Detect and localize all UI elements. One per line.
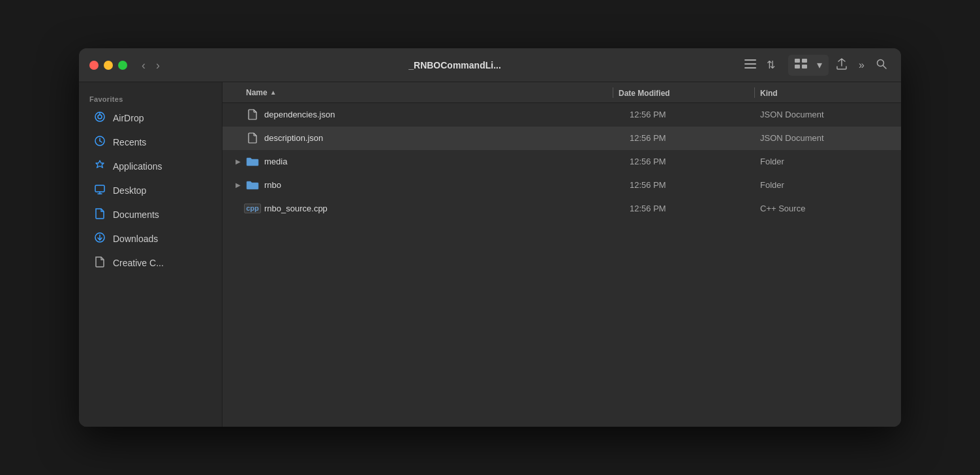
applications-label: Applications xyxy=(113,161,162,172)
cpp-badge: cpp xyxy=(244,204,261,213)
titlebar: ‹ › _RNBOCommandLi... ⇅ xyxy=(79,48,901,82)
main-content: Favorites AirDrop xyxy=(79,82,901,427)
minimize-button[interactable] xyxy=(104,61,113,70)
sort-order-button[interactable]: ⇅ xyxy=(763,56,779,74)
close-button[interactable] xyxy=(89,61,99,70)
applications-icon xyxy=(93,159,106,174)
table-row[interactable]: dependencies.json 12:56 PM JSON Document xyxy=(222,103,901,127)
file-name-cell: media xyxy=(246,155,630,168)
svg-rect-5 xyxy=(795,65,800,69)
col-name-header[interactable]: Name ▲ xyxy=(246,88,607,97)
date-col-label: Date Modified xyxy=(619,89,670,98)
file-icon xyxy=(246,132,259,145)
svg-line-8 xyxy=(883,65,887,69)
favorites-label: Favorites xyxy=(79,90,222,106)
recents-label: Recents xyxy=(113,137,146,147)
grid-view-button[interactable] xyxy=(791,56,812,74)
expand-chevron[interactable]: ▶ xyxy=(233,157,243,167)
sidebar-item-creative-cloud[interactable]: Creative C... xyxy=(83,251,218,275)
airdrop-label: AirDrop xyxy=(113,113,144,123)
more-button[interactable]: » xyxy=(855,57,868,74)
file-kind-cell: JSON Document xyxy=(760,110,891,119)
view-options: ▾ xyxy=(788,55,829,76)
creative-cloud-label: Creative C... xyxy=(113,258,164,268)
file-name-cell: rnbo xyxy=(246,179,630,192)
table-row[interactable]: cpp rnbo_source.cpp 12:56 PM C++ Source xyxy=(222,197,901,221)
svg-rect-4 xyxy=(802,59,807,63)
share-button[interactable] xyxy=(833,55,851,75)
expand-chevron[interactable]: ▶ xyxy=(233,180,243,191)
file-name-text: description.json xyxy=(264,133,323,143)
forward-button[interactable]: › xyxy=(152,57,164,74)
svg-rect-2 xyxy=(744,67,756,69)
back-button[interactable]: ‹ xyxy=(138,57,149,74)
finder-window: ‹ › _RNBOCommandLi... ⇅ xyxy=(79,48,901,427)
svg-rect-15 xyxy=(95,185,104,192)
file-date-cell: 12:56 PM xyxy=(630,204,760,213)
creative-cloud-icon xyxy=(93,256,106,270)
file-name-text: dependencies.json xyxy=(264,110,335,119)
downloads-icon xyxy=(93,232,106,246)
file-date-cell: 12:56 PM xyxy=(630,133,760,143)
file-name-text: rnbo_source.cpp xyxy=(264,204,328,213)
svg-rect-1 xyxy=(744,63,756,65)
sort-arrow-icon: ▲ xyxy=(270,89,277,96)
toolbar-right: ⇅ ▾ » xyxy=(741,55,891,76)
nav-buttons: ‹ › xyxy=(138,57,164,74)
airdrop-icon xyxy=(93,111,106,125)
window-title: _RNBOCommandLi... xyxy=(182,60,727,70)
svg-rect-6 xyxy=(802,65,807,69)
chevron-down-button[interactable]: ▾ xyxy=(813,56,826,74)
file-kind-cell: Folder xyxy=(760,157,891,166)
file-date-cell: 12:56 PM xyxy=(630,157,760,166)
file-rows: dependencies.json 12:56 PM JSON Document xyxy=(222,103,901,427)
empty-area xyxy=(222,221,901,273)
file-list: Name ▲ Date Modified Kind xyxy=(222,82,901,427)
sort-controls: ⇅ xyxy=(741,56,779,74)
file-icon xyxy=(246,108,259,121)
documents-label: Documents xyxy=(113,209,159,220)
search-button[interactable] xyxy=(872,56,891,74)
desktop-icon xyxy=(93,183,106,198)
file-kind-cell: C++ Source xyxy=(760,204,891,213)
sidebar-item-documents[interactable]: Documents xyxy=(83,203,218,226)
sidebar-item-desktop[interactable]: Desktop xyxy=(83,179,218,202)
sidebar-item-airdrop[interactable]: AirDrop xyxy=(83,106,218,130)
table-row[interactable]: ▶ rnbo 12:56 PM Folder xyxy=(222,174,901,197)
documents-icon xyxy=(93,207,106,222)
column-headers: Name ▲ Date Modified Kind xyxy=(222,82,901,103)
downloads-label: Downloads xyxy=(113,234,158,244)
sidebar-item-downloads[interactable]: Downloads xyxy=(83,227,218,251)
file-name-cell: dependencies.json xyxy=(246,108,630,121)
col-date-header[interactable]: Date Modified xyxy=(619,87,749,99)
file-name-text: rnbo xyxy=(264,180,281,190)
file-name-text: media xyxy=(264,157,287,166)
folder-icon xyxy=(246,179,259,192)
file-date-cell: 12:56 PM xyxy=(630,180,760,190)
list-view-button[interactable] xyxy=(741,57,760,74)
recents-icon xyxy=(93,135,106,149)
table-row[interactable]: ▶ media 12:56 PM Folder xyxy=(222,150,901,174)
svg-point-10 xyxy=(98,115,102,119)
svg-rect-0 xyxy=(744,59,756,61)
sidebar: Favorites AirDrop xyxy=(79,82,222,427)
maximize-button[interactable] xyxy=(118,61,127,70)
col-separator-2 xyxy=(754,87,755,98)
svg-line-14 xyxy=(100,141,102,142)
file-kind-cell: Folder xyxy=(760,180,891,190)
sidebar-item-recents[interactable]: Recents xyxy=(83,130,218,154)
file-name-cell: cpp rnbo_source.cpp xyxy=(246,202,630,215)
col-separator-1 xyxy=(613,87,613,98)
cpp-file-icon: cpp xyxy=(246,202,259,215)
file-kind-cell: JSON Document xyxy=(760,133,891,143)
table-row[interactable]: description.json 12:56 PM JSON Document xyxy=(222,127,901,150)
file-date-cell: 12:56 PM xyxy=(630,110,760,119)
kind-col-label: Kind xyxy=(760,89,778,98)
sidebar-item-applications[interactable]: Applications xyxy=(83,155,218,178)
col-kind-header[interactable]: Kind xyxy=(760,87,891,99)
file-name-cell: description.json xyxy=(246,132,630,145)
desktop-label: Desktop xyxy=(113,185,146,196)
traffic-lights xyxy=(89,61,127,70)
name-col-label: Name xyxy=(246,88,268,97)
svg-rect-3 xyxy=(795,59,800,63)
